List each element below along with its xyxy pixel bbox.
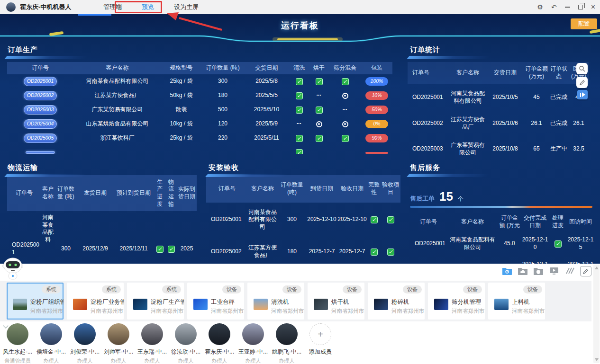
member-item[interactable]: 霍东庆-中... 办理人 [203, 323, 236, 364]
app-card[interactable]: 设备 清洗机 河南省郑州市 [247, 283, 304, 320]
order-id-pill: OD2025003 [24, 105, 57, 115]
edit-note-button[interactable] [580, 266, 591, 276]
table-row[interactable]: OD2025001 河南某食品配料有限公司 25kg / 袋 300 2025/… [7, 74, 392, 89]
robot-assistant-icon[interactable] [2, 257, 23, 282]
status-check [555, 240, 562, 248]
table-row[interactable]: OD2025002 江苏某方便食品厂 26.1 2025-12-17 2025-… [410, 256, 595, 264]
texture-waves-icon[interactable] [564, 266, 575, 276]
card-type-badge: 设备 [523, 285, 542, 293]
cloud-folder-icon[interactable] [518, 266, 528, 276]
table-row[interactable]: OD2025003 广东某贸易有限公司 散装 500 2025/5/10 50% [7, 103, 392, 117]
member-item[interactable]: 姚鹏飞-中... 办理人 [270, 323, 303, 364]
close-button[interactable]: × [591, 3, 595, 11]
status-check [296, 92, 303, 99]
app-card[interactable]: 设备 筛分机管理 河南省郑州市 [428, 283, 485, 320]
scroll-down-icon[interactable] [595, 358, 599, 361]
table-row[interactable]: OD2025005 浙江某饮料厂 25kg / 袋 220 2025/5/11 … [7, 131, 392, 145]
edit-pencil-button[interactable] [576, 77, 588, 88]
screen-share-icon[interactable] [549, 266, 559, 276]
status-pending [296, 121, 303, 128]
search-button[interactable] [576, 63, 588, 74]
card-type-badge: 设备 [463, 285, 482, 293]
table-header: 订单号客户名称订单金额 (万元交付完成日期处理进度回访时间 [410, 213, 595, 231]
app-card[interactable]: 设备 烘干机 河南省郑州市 [308, 283, 364, 320]
member-role: 普通管理员 [1, 357, 34, 364]
status-check [168, 246, 175, 253]
settings-gear-icon[interactable]: ⚙ [537, 4, 543, 10]
member-name: 霍东庆-中... [203, 348, 236, 356]
order-id-pill: OD2025004 [24, 119, 57, 129]
restore-button[interactable] [578, 5, 583, 9]
app-card[interactable]: 设备 粉碎机 河南省郑州市 [368, 283, 425, 320]
add-member-button[interactable]: + 添加成员 [304, 323, 337, 356]
card-title: 上料机 [512, 298, 545, 306]
progress-pill [365, 152, 388, 154]
card-title: 清洗机 [271, 298, 304, 306]
member-role: 办理人 [169, 357, 202, 364]
member-item[interactable]: 风生水起-... 普通管理员 [1, 323, 34, 364]
member-item[interactable]: 徐汝欣-中... 办理人 [169, 323, 202, 364]
installation-table: 订单号客户名称订单数量 (吨)到货日期验收日期完整性验收项目 OD2025001… [206, 175, 400, 264]
minimize-button[interactable] [565, 7, 570, 8]
card-type-badge: 系统 [162, 285, 181, 293]
table-row[interactable]: OD2025001 河南某食品配料有限公司 2025/10/5 45 已完成 4… [408, 84, 589, 111]
member-name: 风生水起-... [1, 348, 34, 356]
member-avatar [74, 323, 96, 345]
card-location: 河南省郑州市 [512, 308, 545, 315]
member-name: 王亚婷-中... [236, 348, 270, 356]
table-row[interactable]: OD2025001 河南某食品配料有限公司 45.0 2025-12-10 20… [410, 231, 595, 256]
member-role: 办理人 [136, 357, 169, 364]
section-title-order-stats: 订单统计 [410, 45, 440, 54]
table-header: 订单号客户名称订单数量 (吨)发货日期预计到货日期生产进度物流运输实际到货日期 [7, 175, 197, 211]
card-thumbnail [314, 299, 328, 310]
app-card[interactable]: 设备 工业台秤 河南省郑州市 [187, 283, 244, 320]
card-title: 淀粉厂业务管理 [91, 298, 124, 306]
table-row[interactable]: OD2025002 江苏某方便食品厂 180 2025-12-7 2025-12… [206, 237, 400, 264]
member-item[interactable]: 刘帅军-中... 办理人 [102, 323, 135, 364]
member-item[interactable]: 侯培金-中... 办理人 [35, 323, 68, 364]
logistics-table: 订单号客户名称订单数量 (吨)发货日期预计到货日期生产进度物流运输实际到货日期 … [7, 175, 197, 264]
table-row[interactable]: OD2025001 河南某食品配料 300 2025/12/9 2025/12/… [7, 211, 197, 264]
members-strip: 风生水起-... 普通管理员 侯培金-中... 办理人 刘俊荣-中... 办理人… [0, 323, 591, 364]
member-item[interactable]: 王东瑞-中... 办理人 [136, 323, 169, 364]
app-card[interactable]: 系统 淀粉厂组织管理 河南省郑州市 [7, 283, 64, 320]
order-stats-table: 订单号客户名称交货日期订单金额 (万元)订单状态回款 (万元) OD202500… [408, 62, 589, 157]
member-avatar [242, 323, 264, 345]
app-card[interactable]: 设备 上料机 河南省郑州市 [488, 283, 545, 320]
member-name: 姚鹏飞-中... [270, 348, 303, 356]
app-card[interactable]: 系统 淀粉厂生产管理 河南省郑州市 [127, 283, 184, 320]
app-card[interactable]: 系统 淀粉厂业务管理 河南省郑州市 [67, 283, 124, 320]
card-title: 淀粉厂组织管理 [30, 298, 64, 306]
config-button[interactable]: 配置 [571, 18, 597, 29]
app-window: 霍东庆-中机机器人 管理端 预览 设为主屏 ⚙ ↶ × 运行看板 配 [0, 0, 600, 364]
table-row[interactable]: OD2025002 江苏某方便食品厂 50kg / 袋 180 2025/5/5… [7, 89, 392, 103]
card-type-badge: 设备 [403, 285, 422, 293]
play-icon [582, 92, 585, 97]
archive-folder-icon[interactable] [533, 266, 544, 276]
card-type-badge: 设备 [282, 285, 301, 293]
table-header: 订单号客户名称订单数量 (吨)到货日期验收日期完整性验收项目 [206, 175, 400, 203]
member-avatar [209, 323, 230, 345]
table-row[interactable]: OD2025002 江苏某方便食品厂 2025/10/6 26.1 已完成 26… [408, 111, 589, 136]
member-name: 王东瑞-中... [136, 348, 169, 356]
status-check [296, 107, 303, 114]
member-item[interactable]: 刘俊荣-中... 办理人 [68, 323, 101, 364]
scroll-up-icon[interactable] [595, 266, 599, 269]
table-row[interactable]: OD2025003 广东某贸易有限公司 2025/10/8 65 生产中 32.… [408, 136, 589, 157]
table-row-clipped[interactable] [7, 145, 392, 154]
table-row[interactable]: OD2025001 河南某食品配料有限公司 300 2025-12-10 202… [206, 203, 400, 237]
cards-scrollbar[interactable] [593, 265, 600, 363]
card-location: 河南省郑州市 [30, 308, 64, 315]
card-thumbnail [193, 299, 208, 310]
user-avatar[interactable] [6, 2, 16, 12]
card-thumbnail [13, 299, 27, 310]
table-row[interactable]: OD2025004 山东某烘焙食品有限公司 10kg / 袋 120 2025/… [7, 117, 392, 131]
member-role: 办理人 [68, 357, 101, 364]
bottom-panel: 系统 淀粉厂组织管理 河南省郑州市 系统 淀粉厂业务管理 河南省郑州市 系统 淀… [0, 264, 600, 364]
member-item[interactable]: 王亚婷-中... 办理人 [236, 323, 270, 364]
progress-pill: 10% [365, 91, 388, 100]
run-button[interactable] [577, 90, 588, 99]
undo-arrow-icon[interactable]: ↶ [551, 4, 557, 10]
app-folder-icon[interactable] [502, 266, 512, 276]
menu-set-main-screen[interactable]: 设为主屏 [174, 3, 199, 11]
